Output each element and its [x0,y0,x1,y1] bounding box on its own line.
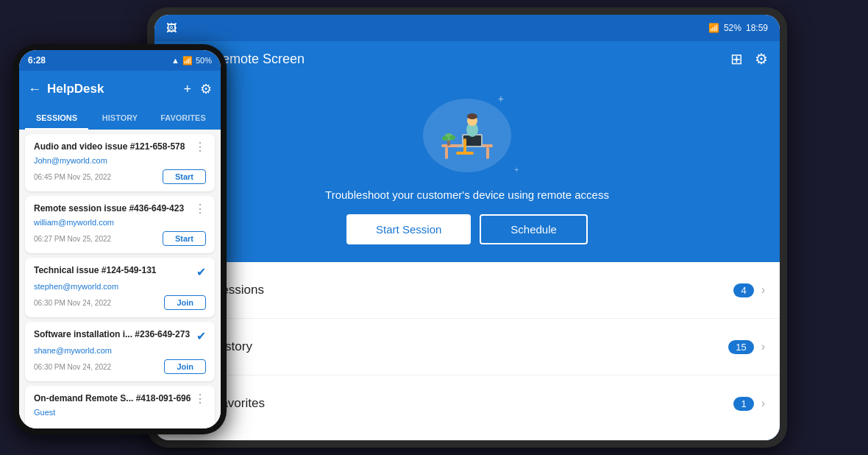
svg-rect-5 [458,146,484,147]
session-title-3: Software installation i... #236-649-273 [34,329,196,341]
session-footer-2: 06:30 PM Nov 24, 2022 Join [34,295,206,310]
session-start-btn-0[interactable]: Start [163,169,206,184]
tablet-frame: 🖼 📶 52% 18:59 Access Remote Screen ⊞ ⚙ + [147,7,787,448]
tablet-screen: 🖼 📶 52% 18:59 Access Remote Screen ⊞ ⚙ + [154,15,780,440]
tab-sessions[interactable]: SESSIONS [25,107,88,130]
session-email-3: shane@myworld.com [34,346,206,355]
phone-screen: 6:28 ▲ 📶 50% ← HelpDesk + ⚙ SESSIONS HIS… [19,50,221,428]
svg-rect-7 [463,138,466,153]
tab-favorites[interactable]: FAVORITES [152,107,215,130]
phone-time: 6:28 [28,55,46,66]
phone-sessions-list: Audio and video issue #121-658-578 ⋮ Joh… [19,130,221,428]
tablet-header: Access Remote Screen ⊞ ⚙ [154,41,780,77]
back-icon[interactable]: ← [28,82,41,97]
tab-history[interactable]: HISTORY [88,107,152,130]
phone-signal-icon: ▲ [171,56,179,65]
time-text: 18:59 [746,23,768,33]
calculator-icon[interactable]: ⊞ [730,50,743,68]
history-chevron: › [761,340,765,353]
tablet-list: 📋 Sessions 4 › 🕐 History 15 › ☆ [154,262,780,440]
session-card-0: Audio and video issue #121-658-578 ⋮ Joh… [25,134,215,191]
hero-circle [423,99,511,172]
plus-deco-2: + [514,166,519,174]
session-footer-1: 06:27 PM Nov 25, 2022 Start [34,231,206,246]
session-check-3: ✔ [196,329,206,343]
session-footer-0: 06:45 PM Nov 25, 2022 Start [34,169,206,184]
session-title-0: Audio and video issue #121-658-578 [34,141,194,153]
session-time-0: 06:45 PM Nov 25, 2022 [34,173,111,181]
sessions-label: Sessions [213,283,733,297]
phone-status-bar: 6:28 ▲ 📶 50% [19,50,221,71]
plus-deco-1: + [498,93,504,105]
phone-settings-icon[interactable]: ⚙ [200,81,212,97]
list-item-favorites[interactable]: ☆ Favorites 1 › [154,375,780,431]
tablet-hero: + + [154,77,780,262]
session-more-1[interactable]: ⋮ [194,203,206,215]
hero-illustration: + + [416,91,519,180]
session-card-4: On-demand Remote S... #418-091-696 ⋮ Gue… [25,386,215,428]
signal-icon: 📶 [708,23,719,33]
history-badge: 15 [728,340,753,354]
list-item-sessions[interactable]: 📋 Sessions 4 › [154,262,780,319]
tablet-status-right: 📶 52% 18:59 [708,23,768,33]
tablet-header-icons: ⊞ ⚙ [730,50,768,68]
session-more-0[interactable]: ⋮ [194,141,206,153]
session-card-4-header: On-demand Remote S... #418-091-696 ⋮ [34,393,206,405]
sessions-chevron: › [761,283,765,297]
session-title-4: On-demand Remote S... #418-091-696 [34,393,194,405]
hero-buttons: Start Session Schedule [346,214,588,244]
session-card-3: Software installation i... #236-649-273 … [25,322,215,381]
battery-text: 52% [724,23,741,33]
sessions-badge: 4 [733,283,753,297]
phone-header-right: + ⚙ [183,81,212,97]
svg-point-10 [467,113,477,119]
session-time-1: 06:27 PM Nov 25, 2022 [34,235,111,243]
person-svg [434,106,500,165]
session-card-0-header: Audio and video issue #121-658-578 ⋮ [34,141,206,153]
session-footer-3: 06:30 PM Nov 24, 2022 Join [34,359,206,374]
session-check-2: ✔ [196,265,206,279]
svg-rect-2 [486,147,489,159]
session-card-3-header: Software installation i... #236-649-273 … [34,329,206,343]
session-email-2: stephen@myworld.com [34,282,206,291]
session-join-btn-2[interactable]: Join [164,295,206,310]
favorites-chevron: › [761,397,765,410]
svg-rect-1 [445,147,448,159]
phone-status-right: ▲ 📶 50% [171,56,212,66]
phone-header: ← HelpDesk + ⚙ [19,71,221,107]
session-card-1-header: Remote session issue #436-649-423 ⋮ [34,203,206,215]
phone-battery-text: 50% [196,56,212,65]
session-title-2: Technical issue #124-549-131 [34,265,196,277]
session-card-2: Technical issue #124-549-131 ✔ stephen@m… [25,258,215,317]
favorites-badge: 1 [733,397,753,411]
phone-wifi-icon: 📶 [182,56,193,66]
session-email-4: Guest [34,408,206,417]
session-card-1: Remote session issue #436-649-423 ⋮ will… [25,196,215,253]
settings-icon[interactable]: ⚙ [755,50,768,68]
list-item-history[interactable]: 🕐 History 15 › [154,319,780,375]
svg-point-14 [449,135,455,140]
phone-title: HelpDesk [47,82,104,96]
session-email-1: william@myworld.com [34,218,206,227]
svg-point-13 [442,136,448,141]
phone-frame: 6:28 ▲ 📶 50% ← HelpDesk + ⚙ SESSIONS HIS… [13,44,227,434]
tablet-main: + + [154,77,780,440]
session-start-btn-1[interactable]: Start [163,231,206,246]
session-title-1: Remote session issue #436-649-423 [34,203,194,215]
phone-header-left: ← HelpDesk [28,82,104,97]
tablet-status-left: 🖼 [166,22,179,34]
svg-rect-11 [447,140,450,146]
hero-tagline: Troubleshoot your customer's device usin… [325,188,609,201]
session-time-3: 06:30 PM Nov 24, 2022 [34,363,111,371]
phone-tabs: SESSIONS HISTORY FAVORITES [19,107,221,130]
session-more-4[interactable]: ⋮ [194,393,206,405]
session-join-btn-3[interactable]: Join [164,359,206,374]
phone-add-icon[interactable]: + [183,82,191,97]
schedule-button[interactable]: Schedule [480,214,588,244]
start-session-button[interactable]: Start Session [346,214,471,244]
session-time-2: 06:30 PM Nov 24, 2022 [34,299,111,307]
session-card-2-header: Technical issue #124-549-131 ✔ [34,265,206,279]
session-email-0: John@myworld.com [34,156,206,165]
history-label: History [213,339,728,354]
favorites-label: Favorites [213,396,733,411]
